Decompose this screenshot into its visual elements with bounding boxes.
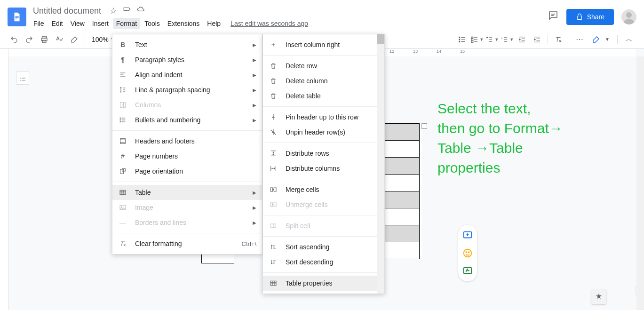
print-button[interactable] [38,33,51,46]
align-icon [118,70,127,79]
svg-point-10 [459,41,460,42]
menu-item-columns: Columns▶ [112,97,262,112]
spellcheck-button[interactable] [53,33,66,46]
star-icon[interactable]: ☆ [110,6,117,16]
document-outline-button[interactable] [16,72,29,85]
comment-history-button[interactable] [548,10,559,24]
add-emoji-button[interactable] [462,247,473,259]
menu-item-headers-footers[interactable]: Headers and footers [112,134,262,149]
svg-rect-21 [120,139,126,144]
vertical-ruler [0,49,8,310]
cloud-icon[interactable] [137,6,145,16]
svg-rect-23 [122,169,126,171]
plus-icon: ＋ [269,40,278,49]
submenu-table-properties[interactable]: Table properties [263,276,384,291]
menu-edit[interactable]: Edit [48,18,66,29]
share-button[interactable]: Share [566,9,614,25]
table-cell[interactable] [385,141,420,158]
move-icon[interactable] [123,6,131,16]
clear-formatting-button[interactable] [552,33,565,46]
menu-help[interactable]: Help [204,18,224,29]
table-cell[interactable] [385,208,420,225]
editing-mode-button[interactable]: ▼ [588,33,613,46]
share-label: Share [587,13,604,21]
menu-item-clear-formatting[interactable]: Clear formattingCtrl+\ [112,236,262,251]
submenu-merge-cells[interactable]: Merge cells [263,182,384,197]
document-title[interactable]: Untitled document [30,5,104,17]
submenu-sort-ascending[interactable]: Sort ascending [263,239,384,254]
svg-rect-27 [270,188,273,191]
table-icon [118,188,127,197]
submenu-pin-header[interactable]: Pin header up to this row [263,110,384,125]
submenu-distribute-columns[interactable]: Distribute columns [263,161,384,176]
bulleted-list-button[interactable] [455,33,469,46]
docs-icon [12,10,22,24]
menu-tools[interactable]: Tools [141,18,163,29]
submenu-sort-descending[interactable]: Sort descending [263,254,384,270]
svg-point-9 [459,39,460,40]
hide-menus-button[interactable]: ︿ [621,34,636,44]
margin-action-buttons [458,225,477,281]
menu-insert[interactable]: Insert [89,18,112,29]
menu-format[interactable]: Format [113,18,140,29]
table-cell[interactable] [385,191,420,208]
paint-format-button[interactable] [68,33,81,46]
menu-item-align-indent[interactable]: Align and indent▶ [112,67,262,82]
submenu-unpin-header[interactable]: Unpin header row(s) [263,125,384,140]
undo-button[interactable] [8,33,21,46]
more-button[interactable]: ⋯ [573,33,586,46]
decrease-indent-button[interactable] [516,33,529,46]
submenu-scrollbar[interactable] [377,34,384,294]
split-icon [269,221,278,231]
submenu-distribute-rows[interactable]: Distribute rows [263,146,384,161]
svg-rect-16 [120,103,122,108]
menu-item-text[interactable]: BText▶ [112,37,262,52]
submenu-delete-row[interactable]: Delete row [263,58,384,73]
document-table[interactable] [385,123,420,259]
title-area: Untitled document ☆ File Edit View Inser… [30,5,548,29]
bullet-list-dropdown[interactable]: ▼ [485,33,499,46]
svg-point-19 [120,119,120,120]
image-icon [118,203,127,212]
add-comment-button[interactable] [462,230,473,241]
distribute-rows-icon [269,149,278,158]
menu-item-table[interactable]: Table▶ [112,185,262,200]
menu-item-paragraph-styles[interactable]: ¶Paragraph styles▶ [112,52,262,67]
submenu-delete-table[interactable]: Delete table [263,88,384,103]
table-cell[interactable] [385,225,420,242]
menu-item-bullets-numbering[interactable]: Bullets and numbering▶ [112,112,262,127]
increase-indent-button[interactable] [531,33,544,46]
docs-logo[interactable] [8,8,26,26]
menu-item-page-numbers[interactable]: #Page numbers [112,149,262,164]
last-edit-link[interactable]: Last edit was seconds ago [231,20,308,27]
checklist-button[interactable]: ▼ [470,33,484,46]
numbered-list-dropdown[interactable]: 1▼ [501,33,514,46]
table-cell[interactable] [385,242,420,259]
document-page[interactable] [385,123,421,259]
unpin-icon [269,127,278,137]
vertical-scrollbar[interactable] [636,56,644,310]
menu-view[interactable]: View [67,18,88,29]
table-select-handle[interactable] [421,123,427,129]
submenu-delete-column[interactable]: Delete column [263,73,384,88]
explore-button[interactable] [591,289,606,304]
svg-rect-2 [15,19,17,19]
submenu-insert-column-right[interactable]: ＋Insert column right [263,37,384,52]
redo-button[interactable] [23,33,36,46]
table-cell[interactable] [385,175,420,191]
table-cell[interactable] [201,254,234,263]
orientation-icon [118,167,127,176]
table-cell[interactable] [385,158,420,175]
svg-rect-13 [471,40,473,42]
suggest-edits-button[interactable] [462,265,473,277]
menu-item-page-orientation[interactable]: Page orientation [112,164,262,179]
menu-extensions[interactable]: Extensions [164,18,203,29]
table-cell[interactable] [385,124,420,141]
menu-item-line-spacing[interactable]: Line & paragraph spacing▶ [112,82,262,97]
svg-rect-22 [120,169,124,174]
submenu-split-cell: Split cell [263,218,384,233]
sort-desc-icon [269,257,278,267]
borders-icon: — [118,218,127,227]
account-avatar[interactable] [621,9,636,24]
menu-file[interactable]: File [30,18,48,29]
